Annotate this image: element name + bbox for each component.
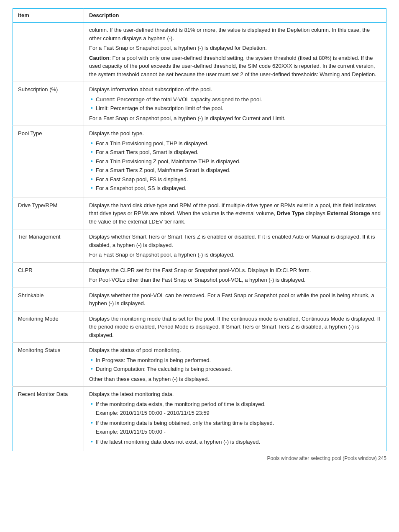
description-paragraph: For Pool-VOLs other than the Fast Snap o…: [89, 276, 381, 284]
cell-description: Displays the CLPR set for the Fast Snap …: [84, 262, 386, 288]
example-text: Example: 2010/11/15 00:00 - 2010/11/15 2…: [96, 409, 381, 417]
list-item: Limit: Percentage of the subscription li…: [89, 104, 381, 113]
page-footer: Pools window after selecting pool (Pools…: [13, 455, 386, 461]
list-item: For a Thin Provisioning Z pool, Mainfram…: [89, 157, 381, 166]
description-paragraph: Displays the monitoring mode that is set…: [89, 315, 381, 339]
cell-description: Displays the hard disk drive type and RP…: [84, 198, 386, 229]
bold-text: Drive Type: [277, 210, 304, 216]
list-item: For a Fast Snap pool, FS is displayed.: [89, 175, 381, 184]
cell-description: Displays the monitoring mode that is set…: [84, 311, 386, 343]
cell-item: Recent Monitor Data: [13, 387, 84, 451]
list-item: For a Smart Tiers pool, Smart is display…: [89, 148, 381, 157]
header-item: Item: [13, 9, 84, 23]
description-paragraph: Displays whether the pool-VOL can be rem…: [89, 291, 381, 308]
page-container: Item Description column. If the user-def…: [13, 8, 386, 461]
table-row: Monitoring ModeDisplays the monitoring m…: [13, 311, 386, 343]
description-paragraph: Other than these cases, a hyphen (-) is …: [89, 375, 381, 383]
description-paragraph: Displays the CLPR set for the Fast Snap …: [89, 266, 381, 275]
description-paragraph: Displays whether Smart Tiers or Smart Ti…: [89, 233, 381, 249]
caution-label: Caution: [89, 55, 109, 61]
cell-item: Tier Management: [13, 229, 84, 263]
description-paragraph: Displays the pool type.: [89, 129, 381, 138]
mixed-paragraph: Displays the hard disk drive type and RP…: [89, 201, 381, 226]
list-item: For a Thin Provisioning pool, THP is dis…: [89, 139, 381, 148]
list-item: During Computation: The calculating is b…: [89, 365, 381, 373]
example-text: Example: 2010/11/15 00:00 -: [96, 428, 381, 436]
cell-description: Displays the pool type.For a Thin Provis…: [84, 126, 386, 198]
bold-text: External Storage: [327, 210, 370, 216]
header-description: Description: [84, 9, 386, 23]
table-row: column. If the user-defined threshold is…: [13, 22, 386, 82]
footer-text: Pools window after selecting pool (Pools…: [267, 455, 387, 461]
table-row: Recent Monitor DataDisplays the latest m…: [13, 387, 386, 451]
description-paragraph: Displays the status of pool monitoring.: [89, 346, 381, 355]
list-item: In Progress: The monitoring is being per…: [89, 356, 381, 365]
description-paragraph: For a Fast Snap or Snapshot pool, a hyph…: [89, 251, 381, 259]
description-paragraph: For a Fast Snap or Snapshot pool, a hyph…: [89, 44, 381, 52]
cell-item: [13, 22, 84, 82]
list-item: If the monitoring data exists, the monit…: [89, 400, 381, 417]
table-row: ShrinkableDisplays whether the pool-VOL …: [13, 288, 386, 311]
cell-description: Displays the latest monitoring data.If t…: [84, 387, 386, 451]
table-row: Monitoring StatusDisplays the status of …: [13, 343, 386, 387]
list-item: For a Snapshot pool, SS is displayed.: [89, 184, 381, 193]
bullet-list: In Progress: The monitoring is being per…: [89, 356, 381, 373]
caution-paragraph: Caution: For a pool with only one user-d…: [89, 54, 381, 79]
description-paragraph: Displays the latest monitoring data.: [89, 390, 381, 398]
bullet-list: Current: Percentage of the total V-VOL c…: [89, 95, 381, 113]
list-item: If the latest monitoring data does not e…: [89, 438, 381, 446]
list-item: If the monitoring data is being obtained…: [89, 419, 381, 436]
cell-item: Monitoring Status: [13, 343, 84, 387]
main-table: Item Description column. If the user-def…: [13, 8, 386, 451]
description-paragraph: column. If the user-defined threshold is…: [89, 26, 381, 42]
cell-description: Displays the status of pool monitoring.I…: [84, 343, 386, 387]
description-paragraph: For a Fast Snap or Snapshot pool, a hyph…: [89, 114, 381, 123]
bullet-list: If the latest monitoring data does not e…: [89, 438, 381, 446]
cell-description: column. If the user-defined threshold is…: [84, 22, 386, 82]
list-item: Current: Percentage of the total V-VOL c…: [89, 95, 381, 104]
cell-item: Pool Type: [13, 126, 84, 198]
table-row: Tier ManagementDisplays whether Smart Ti…: [13, 229, 386, 263]
bullet-with-example-list: If the monitoring data is being obtained…: [89, 419, 381, 436]
cell-description: Displays whether the pool-VOL can be rem…: [84, 288, 386, 311]
description-paragraph: Displays information about subscription …: [89, 85, 381, 94]
cell-description: Displays whether Smart Tiers or Smart Ti…: [84, 229, 386, 263]
cell-item: Shrinkable: [13, 288, 84, 311]
bullet-list: For a Thin Provisioning pool, THP is dis…: [89, 139, 381, 193]
table-row: Drive Type/RPMDisplays the hard disk dri…: [13, 198, 386, 229]
cell-description: Displays information about subscription …: [84, 82, 386, 126]
list-item: For a Smart Tiers Z pool, Mainframe Smar…: [89, 166, 381, 175]
bullet-with-example-list: If the monitoring data exists, the monit…: [89, 400, 381, 417]
table-row: Pool TypeDisplays the pool type.For a Th…: [13, 126, 386, 198]
cell-item: Drive Type/RPM: [13, 198, 84, 229]
cell-item: Subscription (%): [13, 82, 84, 126]
cell-item: Monitoring Mode: [13, 311, 84, 343]
table-header-row: Item Description: [13, 9, 386, 23]
table-row: Subscription (%)Displays information abo…: [13, 82, 386, 126]
table-row: CLPRDisplays the CLPR set for the Fast S…: [13, 262, 386, 288]
cell-item: CLPR: [13, 262, 84, 288]
